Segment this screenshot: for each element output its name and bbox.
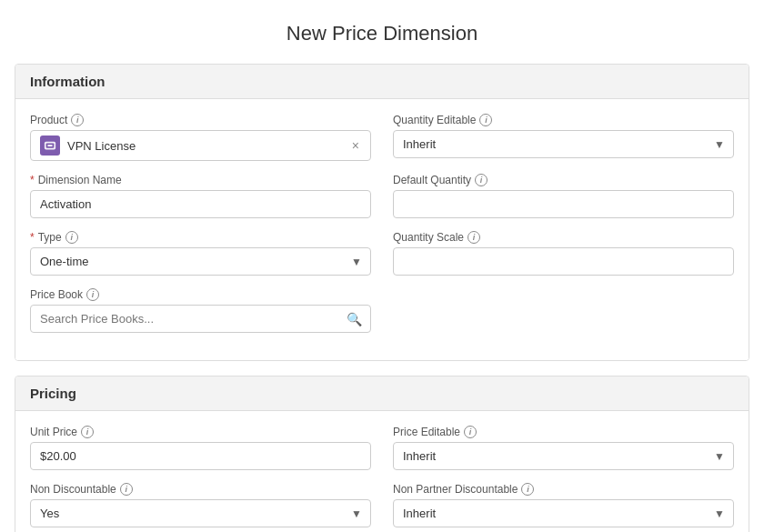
unit-price-input[interactable] [30,442,371,470]
quantity-scale-input[interactable] [393,247,734,276]
price-book-search-wrapper: 🔍 [30,305,371,333]
unit-price-info-icon: i [81,426,94,438]
dimension-name-label: * Dimension Name [30,174,371,186]
product-label: Product i [30,114,371,126]
quantity-scale-label: Quantity Scale i [393,231,734,244]
type-group: * Type i One-time Recurring Per Unit ▼ [30,231,371,276]
pricing-section: Pricing Unit Price i Price Editable i In… [15,376,749,532]
price-editable-info-icon: i [464,426,477,438]
product-icon [40,136,60,156]
default-quantity-info-icon: i [475,174,488,186]
row-non-discountable: Non Discountable i Yes No Inherit ▼ Non … [30,483,734,527]
non-partner-discountable-info-icon: i [521,483,534,496]
price-editable-select-wrapper: Inherit Yes No ▼ [393,442,734,470]
default-quantity-input[interactable] [393,190,734,218]
quantity-scale-info-icon: i [467,231,480,244]
type-label: * Type i [30,231,371,244]
vpn-icon [44,139,56,152]
non-discountable-group: Non Discountable i Yes No Inherit ▼ [30,483,371,527]
unit-price-group: Unit Price i [30,426,371,470]
non-partner-discountable-label: Non Partner Discountable i [393,483,734,496]
row-unit-price-editable: Unit Price i Price Editable i Inherit Ye… [30,426,734,470]
product-field[interactable]: VPN License × [30,130,371,161]
svg-rect-2 [47,145,52,146]
non-discountable-label: Non Discountable i [30,483,371,496]
non-partner-discountable-select[interactable]: Inherit Yes No [393,499,734,527]
information-section-header: Information [15,65,749,99]
type-select-wrapper: One-time Recurring Per Unit ▼ [30,247,371,276]
product-name: VPN License [67,139,343,153]
pricing-section-header: Pricing [15,376,749,411]
price-editable-group: Price Editable i Inherit Yes No ▼ [393,426,734,470]
non-discountable-select-wrapper: Yes No Inherit ▼ [30,499,371,527]
non-partner-discountable-group: Non Partner Discountable i Inherit Yes N… [393,483,734,527]
page-title: New Price Dimension [0,0,764,64]
quantity-editable-label: Quantity Editable i [393,114,734,126]
non-discountable-select[interactable]: Yes No Inherit [30,499,371,527]
price-editable-select[interactable]: Inherit Yes No [393,442,734,470]
price-book-group: Price Book i 🔍 [30,288,371,333]
price-editable-label: Price Editable i [393,426,734,438]
dimension-name-input[interactable] [30,190,371,218]
dimension-name-required-star: * [30,174,35,186]
row-product-quantity-editable: Product i VPN License × [30,114,734,161]
price-book-info-icon: i [86,288,99,301]
default-quantity-label: Default Quantity i [393,174,734,186]
quantity-scale-group: Quantity Scale i [393,231,734,276]
quantity-editable-info-icon: i [479,114,492,126]
quantity-editable-select[interactable]: Inherit Yes No [393,130,734,158]
price-book-spacer [393,288,734,333]
product-clear-button[interactable]: × [350,137,361,154]
type-required-star: * [30,231,35,244]
price-book-search-input[interactable] [30,305,371,333]
product-info-icon: i [71,114,84,126]
unit-price-label: Unit Price i [30,426,371,438]
product-group: Product i VPN License × [30,114,371,161]
dimension-name-group: * Dimension Name [30,174,371,218]
price-book-label: Price Book i [30,288,371,301]
type-select[interactable]: One-time Recurring Per Unit [30,247,371,276]
information-section: Information Product i VPN Lic [15,64,749,361]
quantity-editable-select-wrapper: Inherit Yes No ▼ [393,130,734,158]
row-price-book: Price Book i 🔍 [30,288,734,333]
non-discountable-info-icon: i [120,483,133,496]
default-quantity-group: Default Quantity i [393,174,734,218]
row-type-quantity-scale: * Type i One-time Recurring Per Unit ▼ Q… [30,231,734,276]
non-partner-discountable-select-wrapper: Inherit Yes No ▼ [393,499,734,527]
type-info-icon: i [65,231,78,244]
row-dimension-default-qty: * Dimension Name Default Quantity i [30,174,734,218]
quantity-editable-group: Quantity Editable i Inherit Yes No ▼ [393,114,734,161]
